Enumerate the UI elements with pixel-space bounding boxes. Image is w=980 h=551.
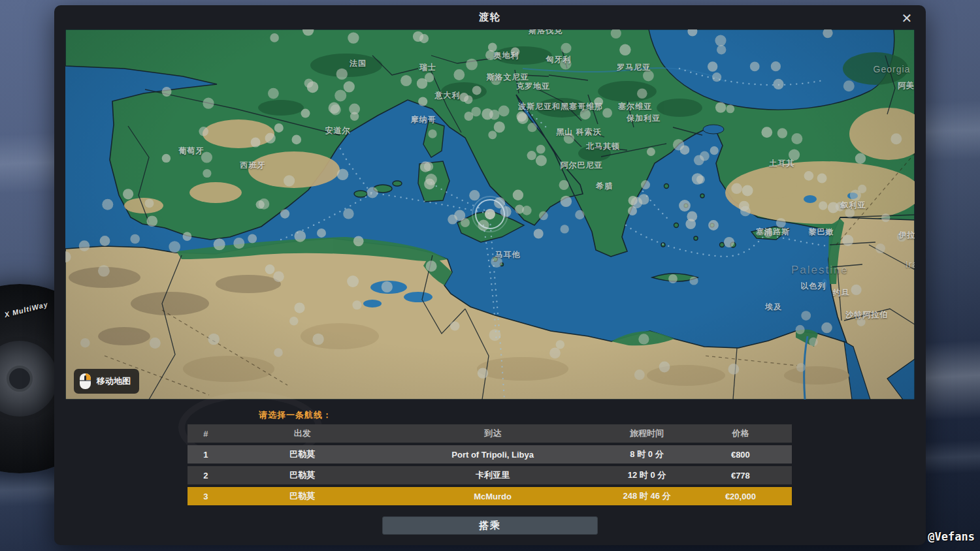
desktop-background: X MultiWay 渡轮 ✕ xyxy=(0,0,980,551)
header-from: 出发 xyxy=(224,428,382,439)
move-map-label: 移动地图 xyxy=(97,375,131,387)
dialog-title: 渡轮 xyxy=(54,11,926,24)
cell-from: 巴勒莫 xyxy=(224,490,382,502)
route-row-1[interactable]: 1 巴勒莫 Port of Tripoli, Libya 8 时 0 分 €80… xyxy=(188,445,792,464)
watermark: @Vefans xyxy=(928,530,975,543)
tire-hub xyxy=(7,366,33,392)
cell-time: 12 时 0 分 xyxy=(604,469,689,481)
cell-num: 3 xyxy=(188,492,224,501)
map-graphic xyxy=(65,29,915,400)
cell-to: McMurdo xyxy=(381,492,604,501)
cell-num: 2 xyxy=(188,471,224,480)
cell-price: €20,000 xyxy=(689,492,792,501)
dialog-titlebar: 渡轮 ✕ xyxy=(54,5,926,29)
ferry-map[interactable]: 斯洛伐克法国瑞士奥地利匈牙利罗马尼亚Georgia阿美尼亚斯洛文尼亚克罗地亚意大… xyxy=(65,29,915,400)
route-table: # 出发 到达 旅程时间 价格 1 巴勒莫 Port of Tripoli, L… xyxy=(188,424,792,508)
close-icon[interactable]: ✕ xyxy=(898,10,915,27)
cell-time: 8 时 0 分 xyxy=(604,449,689,460)
cell-to: Port of Tripoli, Libya xyxy=(381,450,604,460)
route-row-3-selected[interactable]: 3 巴勒莫 McMurdo 248 时 46 分 €20,000 xyxy=(188,487,792,505)
cell-price: €778 xyxy=(689,471,792,480)
mouse-icon xyxy=(80,373,91,389)
board-button[interactable]: 搭乘 xyxy=(382,516,598,535)
cell-time: 248 时 46 分 xyxy=(604,490,689,502)
header-time: 旅程时间 xyxy=(604,428,689,439)
route-table-header: # 出发 到达 旅程时间 价格 xyxy=(188,424,792,443)
header-to: 到达 xyxy=(381,428,604,439)
ferry-dialog: 渡轮 ✕ xyxy=(54,5,926,545)
route-prompt: 请选择一条航线： xyxy=(259,409,332,421)
move-map-hint: 移动地图 xyxy=(74,369,139,394)
route-row-2[interactable]: 2 巴勒莫 卡利亚里 12 时 0 分 €778 xyxy=(188,466,792,484)
cell-from: 巴勒莫 xyxy=(224,449,382,460)
header-price: 价格 xyxy=(689,428,792,439)
cell-from: 巴勒莫 xyxy=(224,469,382,481)
cell-num: 1 xyxy=(188,450,224,460)
cell-to: 卡利亚里 xyxy=(381,469,604,481)
header-num: # xyxy=(188,429,224,439)
cell-price: €800 xyxy=(689,450,792,460)
